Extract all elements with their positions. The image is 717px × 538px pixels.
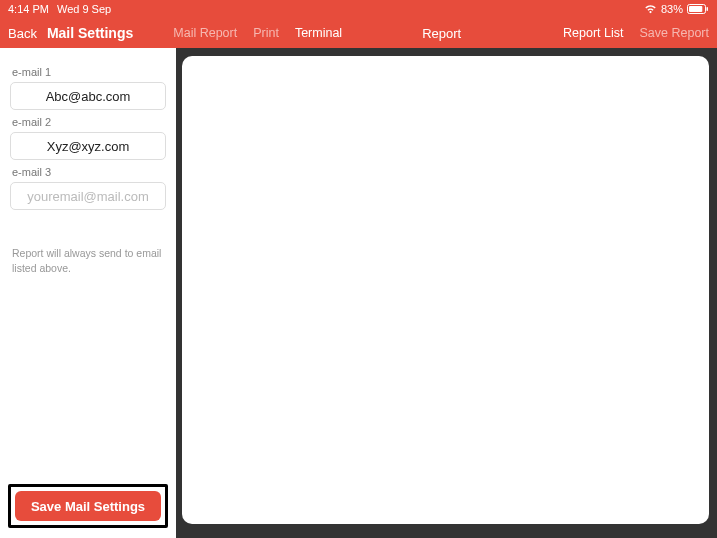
tab-mail-report[interactable]: Mail Report: [173, 26, 237, 40]
svg-rect-2: [707, 7, 709, 11]
wifi-icon: [644, 4, 657, 14]
email3-label: e-mail 3: [12, 166, 166, 178]
email1-input[interactable]: [10, 82, 166, 110]
status-right: 83%: [644, 3, 709, 15]
tab-print[interactable]: Print: [253, 26, 279, 40]
battery-icon: [687, 4, 709, 14]
status-bar: 4:14 PM Wed 9 Sep 83%: [0, 0, 717, 18]
tab-terminal[interactable]: Terminal: [295, 26, 342, 40]
email2-label: e-mail 2: [12, 116, 166, 128]
report-canvas: [182, 56, 709, 524]
save-button-highlight: Save Mail Settings: [8, 484, 168, 528]
tab-save-report[interactable]: Save Report: [640, 26, 709, 40]
status-left: 4:14 PM Wed 9 Sep: [8, 3, 111, 15]
header-left: Back Mail Settings: [8, 25, 133, 41]
battery-percent: 83%: [661, 3, 683, 15]
save-mail-settings-button[interactable]: Save Mail Settings: [15, 491, 161, 521]
email3-input[interactable]: [10, 182, 166, 210]
header-bar: Back Mail Settings Mail Report Print Ter…: [0, 18, 717, 48]
email2-input[interactable]: [10, 132, 166, 160]
status-date: Wed 9 Sep: [57, 3, 111, 15]
sidebar: e-mail 1 e-mail 2 e-mail 3 Report will a…: [0, 48, 176, 538]
back-button[interactable]: Back: [8, 26, 37, 41]
header-tabs: Mail Report Print Terminal Report Report…: [173, 26, 709, 41]
email1-label: e-mail 1: [12, 66, 166, 78]
content: e-mail 1 e-mail 2 e-mail 3 Report will a…: [0, 48, 717, 538]
page-title: Mail Settings: [47, 25, 133, 41]
help-text: Report will always send to email listed …: [10, 246, 166, 275]
tab-report-list[interactable]: Report List: [563, 26, 623, 40]
svg-rect-1: [689, 6, 702, 12]
tab-report[interactable]: Report: [422, 26, 461, 41]
status-time: 4:14 PM: [8, 3, 49, 15]
main-area: [176, 48, 717, 538]
